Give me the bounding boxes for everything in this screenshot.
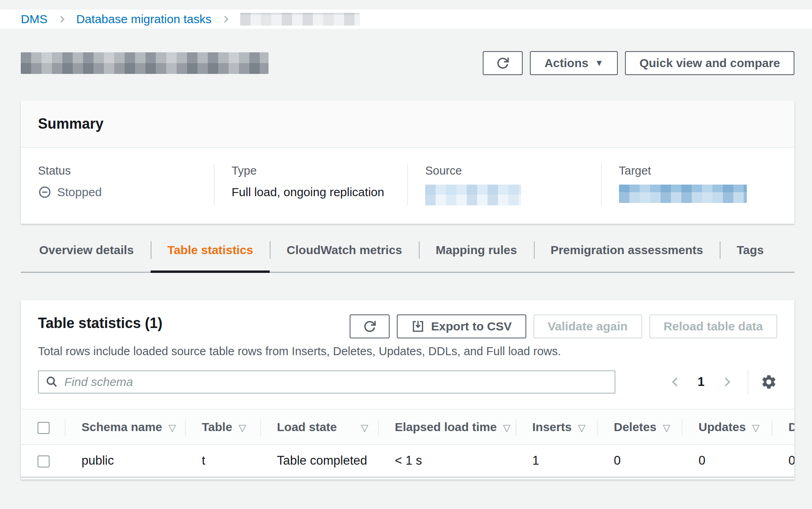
sort-icon: ▽ — [752, 422, 759, 433]
select-all-checkbox[interactable] — [38, 422, 50, 434]
sort-icon: ▽ — [169, 422, 176, 433]
page-title-redacted — [21, 52, 269, 74]
summary-body: Status Stopped Type Full load, ongoing r… — [21, 148, 794, 224]
sort-icon: ▽ — [239, 422, 246, 433]
current-page-number[interactable]: 1 — [698, 375, 705, 389]
gear-icon — [760, 374, 777, 390]
column-header-ddls[interactable]: DDLs — [772, 409, 794, 445]
cell-schema-name: public — [65, 445, 185, 477]
next-page-button[interactable] — [720, 376, 733, 388]
actions-button[interactable]: Actions ▼ — [530, 51, 618, 75]
type-label: Type — [232, 164, 408, 177]
reload-table-data-label: Reload table data — [664, 320, 763, 333]
find-schema-input[interactable] — [38, 370, 615, 394]
cell-inserts: 1 — [515, 445, 597, 477]
quick-view-compare-button[interactable]: Quick view and compare — [625, 51, 794, 75]
cell-updates: 0 — [682, 445, 772, 477]
sort-icon: ▽ — [503, 422, 510, 433]
table-refresh-button[interactable] — [350, 314, 390, 338]
breadcrumb-current-redacted — [240, 13, 360, 26]
summary-field-type: Type Full load, ongoing replication — [214, 164, 408, 205]
column-label: Schema name — [82, 420, 162, 433]
target-label: Target — [619, 164, 795, 177]
toolbar-divider — [748, 370, 748, 394]
caret-down-icon: ▼ — [595, 59, 603, 68]
tab-mapping-rules[interactable]: Mapping rules — [419, 238, 533, 272]
column-header-elapsed-load-time[interactable]: Elapsed load time▽ — [378, 409, 515, 445]
cell-elapsed-load-time: < 1 s — [378, 445, 515, 477]
status-value: Stopped — [38, 185, 214, 200]
summary-panel-header: Summary — [21, 101, 794, 148]
breadcrumb: DMS Database migration tasks — [21, 12, 360, 26]
tab-cloudwatch-metrics[interactable]: CloudWatch metrics — [270, 238, 419, 272]
refresh-button[interactable] — [483, 51, 523, 75]
sort-icon: ▽ — [663, 422, 670, 433]
column-header-schema-name[interactable]: Schema name▽ — [65, 409, 185, 445]
export-to-csv-button[interactable]: Export to CSV — [397, 314, 526, 338]
column-label: Deletes — [614, 420, 657, 433]
column-label: Elapsed load time — [395, 420, 497, 433]
breadcrumb-chevron-icon — [57, 14, 67, 24]
column-header-table[interactable]: Table▽ — [185, 409, 260, 445]
column-label: Load state — [277, 420, 337, 433]
row-checkbox[interactable] — [38, 455, 50, 467]
cell-ddls: 0 — [772, 445, 794, 477]
summary-field-status: Status Stopped — [21, 164, 214, 205]
column-label: Updates — [699, 420, 746, 433]
breadcrumb-chevron-icon — [221, 14, 231, 24]
breadcrumb-link-dms[interactable]: DMS — [21, 12, 48, 26]
table-preferences-gear-button[interactable] — [760, 374, 777, 390]
sort-icon: ▽ — [361, 422, 368, 433]
column-header-deletes[interactable]: Deletes▽ — [597, 409, 682, 445]
page-header-actions: Actions ▼ Quick view and compare — [483, 51, 794, 75]
reload-table-data-button[interactable]: Reload table data — [649, 314, 777, 338]
column-label: Inserts — [532, 420, 571, 433]
task-detail-tabs: Overview details Table statistics CloudW… — [21, 238, 794, 273]
source-label: Source — [425, 164, 601, 177]
source-endpoint-link-redacted[interactable] — [425, 185, 521, 205]
refresh-icon — [363, 320, 376, 333]
summary-title: Summary — [38, 115, 777, 133]
row-select-cell — [21, 445, 65, 477]
summary-field-target: Target — [601, 164, 795, 205]
column-label: DDLs — [788, 420, 794, 433]
refresh-icon — [496, 56, 509, 70]
column-header-load-state[interactable]: Load state▽ — [260, 409, 378, 445]
pagination: 1 — [669, 370, 777, 394]
tab-overview-details[interactable]: Overview details — [21, 238, 151, 272]
validate-again-button[interactable]: Validate again — [533, 314, 642, 338]
table-header-row: Schema name▽ Table▽ Load state▽ Elapsed … — [21, 409, 794, 445]
table-statistics-header: Table statistics (1) Export to CSV — [21, 300, 794, 394]
target-endpoint-link-redacted[interactable] — [619, 185, 747, 203]
cell-deletes: 0 — [597, 445, 682, 477]
validate-again-label: Validate again — [548, 320, 628, 333]
summary-panel: Summary Status Stopped Type Full load, o… — [21, 101, 794, 224]
select-all-header-cell — [21, 409, 65, 445]
breadcrumb-bar: DMS Database migration tasks — [0, 10, 812, 29]
tab-premigration-assessments[interactable]: Premigration assessments — [534, 238, 720, 272]
table-statistics-description: Total rows include loaded source table r… — [38, 344, 777, 358]
summary-field-source: Source — [407, 164, 601, 205]
column-header-updates[interactable]: Updates▽ — [682, 409, 772, 445]
table-statistics-table-wrap: Schema name▽ Table▽ Load state▽ Elapsed … — [21, 409, 794, 478]
actions-button-label: Actions — [544, 56, 588, 70]
tab-tags[interactable]: Tags — [720, 238, 780, 272]
cell-table: t — [185, 445, 260, 477]
cell-load-state: Table completed — [260, 445, 378, 477]
table-statistics-title: Table statistics (1) — [38, 314, 162, 332]
breadcrumb-link-tasks[interactable]: Database migration tasks — [76, 12, 212, 26]
previous-page-button[interactable] — [669, 376, 682, 388]
search-icon — [45, 375, 58, 388]
column-header-inserts[interactable]: Inserts▽ — [515, 409, 597, 445]
sort-icon: ▽ — [578, 422, 585, 433]
type-value: Full load, ongoing replication — [232, 185, 408, 200]
status-label: Status — [38, 164, 214, 177]
column-label: Table — [202, 420, 232, 433]
table-toolbar: 1 — [38, 370, 777, 394]
tab-table-statistics[interactable]: Table statistics — [151, 238, 270, 272]
quick-view-compare-label: Quick view and compare — [639, 56, 780, 70]
table-row: public t Table completed < 1 s 1 0 0 0 — [21, 445, 794, 477]
schema-search — [38, 370, 615, 394]
table-statistics-table: Schema name▽ Table▽ Load state▽ Elapsed … — [21, 409, 794, 478]
export-download-icon — [411, 320, 425, 333]
